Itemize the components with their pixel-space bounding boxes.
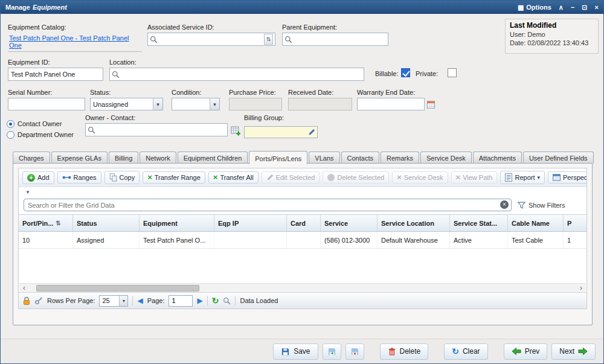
column-header-status[interactable]: Status — [73, 215, 140, 231]
column-header-equipment[interactable]: Equipment — [140, 215, 214, 231]
last-modified-date: Date: 02/08/2022 13:40:43 — [510, 39, 594, 46]
report-button[interactable]: Report ▾ — [500, 171, 545, 184]
warranty-end-date-field: Warranty End Date: — [357, 89, 437, 110]
scrollbar-thumb[interactable] — [36, 285, 199, 292]
condition-select[interactable]: ▾ — [172, 98, 220, 110]
tab-remarks[interactable]: Remarks — [381, 152, 419, 164]
delete-button[interactable]: Delete — [380, 343, 429, 360]
department-owner-option[interactable]: Department Owner — [7, 131, 74, 139]
cell-eqp-ip[interactable] — [214, 232, 287, 248]
clear-button[interactable]: ↻ Clear — [444, 343, 487, 360]
tab-equipment-children[interactable]: Equipment Children — [178, 152, 248, 164]
search-icon — [88, 126, 95, 134]
next-page-button[interactable]: ▶ — [197, 296, 202, 305]
tab-billing[interactable]: Billing — [109, 152, 138, 164]
scrollbar-track[interactable] — [29, 284, 576, 292]
transfer-all-button[interactable]: × Transfer All — [208, 171, 259, 184]
grid-search-input[interactable] — [24, 199, 512, 211]
column-header-service-status[interactable]: Service Stat... — [450, 215, 508, 231]
warranty-end-date-input[interactable] — [357, 98, 425, 110]
tab-user-defined-fields[interactable]: User Defined Fields — [523, 152, 594, 164]
add-button[interactable]: + Add — [22, 171, 54, 184]
equipment-id-label: Equipment ID: — [8, 59, 103, 66]
column-header-service-location[interactable]: Service Location — [378, 215, 450, 231]
cell-port-pin[interactable]: 10 — [19, 232, 73, 248]
transfer-range-button[interactable]: × Transfer Range — [143, 171, 205, 184]
sort-icon[interactable]: ⇅ — [56, 220, 60, 226]
key-icon[interactable] — [34, 296, 43, 305]
save-cancel-icon — [350, 347, 359, 356]
show-filters-button[interactable]: Show Filters — [518, 202, 565, 209]
private-checkbox[interactable] — [448, 68, 457, 77]
parent-equipment-input[interactable] — [294, 36, 386, 43]
page-input[interactable] — [169, 295, 193, 307]
close-button[interactable]: × — [595, 4, 599, 11]
cell-service-status[interactable]: Active — [450, 232, 508, 248]
chevron-down-icon: ▾ — [153, 98, 162, 110]
billing-group-input[interactable] — [246, 129, 306, 136]
tab-service-desk[interactable]: Service Desk — [420, 152, 472, 164]
perspectives-button[interactable]: Perspectives — [548, 171, 587, 184]
location-input[interactable] — [121, 71, 362, 78]
pencil-icon[interactable] — [308, 129, 315, 136]
save-button[interactable]: Save — [273, 343, 318, 360]
tab-attachments[interactable]: Attachments — [473, 152, 522, 164]
contact-owner-option[interactable]: Contact Owner — [7, 120, 74, 128]
serial-number-input[interactable] — [8, 98, 85, 110]
column-header-port-pin[interactable]: Port/Pin...⇅ — [19, 215, 73, 231]
column-header-p[interactable]: P — [564, 215, 587, 231]
save-alt-button-1[interactable] — [323, 343, 341, 360]
spinner-icon[interactable]: ⇅ — [264, 34, 273, 45]
tab-contacts[interactable]: Contacts — [341, 152, 379, 164]
equipment-id-input[interactable] — [8, 68, 103, 81]
tab-charges[interactable]: Charges — [13, 152, 50, 164]
toolbar-overflow-button[interactable]: ▾ — [22, 188, 33, 196]
billable-checkbox[interactable] — [401, 68, 410, 77]
popout-button[interactable]: ⊡ — [582, 4, 587, 11]
cell-service-location[interactable]: Default Warehouse — [378, 232, 450, 248]
received-date-field: Received Date: — [288, 89, 352, 110]
column-header-cable-name[interactable]: Cable Name — [508, 215, 564, 231]
scroll-right-arrow[interactable]: › — [576, 284, 586, 292]
column-header-service[interactable]: Service — [321, 215, 378, 231]
lock-icon[interactable] — [23, 296, 30, 305]
chevron-down-icon: ▾ — [537, 174, 540, 180]
search-icon — [284, 36, 292, 43]
column-header-eqp-ip[interactable]: Eqp IP — [214, 215, 287, 231]
tab-network[interactable]: Network — [140, 152, 176, 164]
cell-card[interactable] — [287, 232, 321, 248]
search-icon[interactable] — [223, 297, 231, 305]
add-contact-icon[interactable] — [231, 126, 241, 136]
ranges-button[interactable]: Ranges — [57, 171, 101, 184]
previous-page-button[interactable]: ◀ — [137, 296, 143, 305]
collapse-window-button[interactable]: ∧ — [559, 4, 564, 11]
minimize-button[interactable]: − — [571, 4, 574, 11]
refresh-icon[interactable]: ↻ — [212, 296, 219, 305]
table-row[interactable]: 10 Assigned Test Patch Panel O... (586) … — [19, 232, 586, 249]
cell-status[interactable]: Assigned — [73, 232, 140, 248]
tab-expense-glas[interactable]: Expense GLAs — [51, 152, 108, 164]
scroll-left-arrow[interactable]: ‹ — [19, 284, 29, 292]
clear-search-icon[interactable]: × — [500, 200, 509, 209]
options-menu[interactable]: ▦ Options — [518, 4, 551, 11]
cell-p[interactable]: 1 — [564, 232, 587, 248]
next-button[interactable]: Next — [551, 343, 596, 360]
department-owner-radio[interactable] — [7, 131, 14, 139]
rows-per-page-select[interactable]: 25 ▾ — [99, 295, 128, 307]
associated-service-id-input[interactable] — [159, 36, 262, 43]
horizontal-scrollbar[interactable]: ‹ › — [19, 283, 586, 292]
column-header-card[interactable]: Card — [287, 215, 321, 231]
cell-equipment[interactable]: Test Patch Panel O... — [140, 232, 214, 248]
tab-vlans[interactable]: VLans — [309, 152, 339, 164]
cell-cable-name[interactable]: Test Cable — [508, 232, 564, 248]
cell-service[interactable]: (586) 012-3000 — [321, 232, 378, 248]
equipment-catalog-link[interactable]: Test Patch Panel One - Test Patch Panel … — [9, 34, 129, 49]
prev-button[interactable]: Prev — [504, 343, 548, 360]
contact-owner-radio[interactable] — [7, 120, 14, 128]
owner-contact-input[interactable] — [97, 126, 225, 133]
status-select[interactable]: Unassigned ▾ — [90, 98, 163, 110]
copy-button[interactable]: Copy — [104, 171, 140, 184]
tab-ports-pins-lens[interactable]: Ports/Pins/Lens — [249, 151, 307, 164]
calendar-icon[interactable] — [426, 100, 435, 109]
save-alt-button-2[interactable] — [345, 343, 364, 360]
